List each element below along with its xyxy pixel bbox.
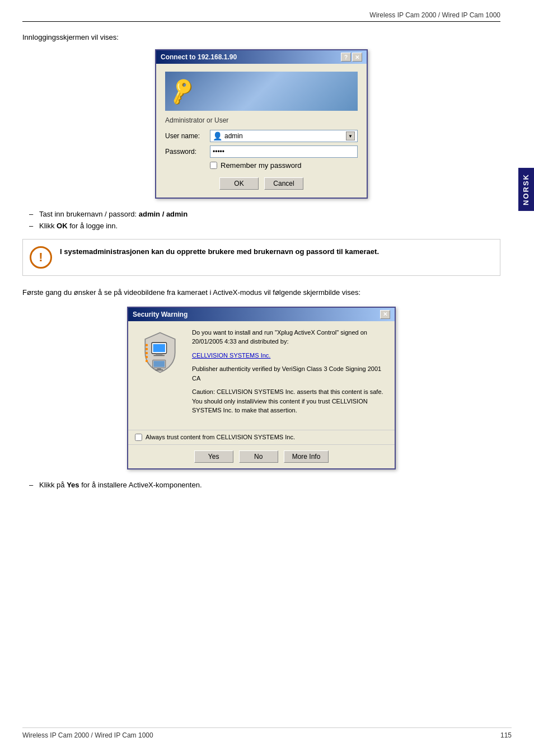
always-trust-label: Always trust content from CELLVISION SYS…: [146, 434, 295, 440]
security-titlebar-controls: ✕: [380, 310, 390, 319]
remember-row: Remember my password: [210, 161, 358, 170]
section1-intro: Innloggingsskjermen vil vises:: [22, 33, 500, 41]
always-trust-row: Always trust content from CELLVISION SYS…: [128, 430, 395, 444]
warning-text: I systemadministrasjonen kan du opprette…: [60, 246, 379, 257]
caution-text: Caution: CELLVISION SYSTEMS Inc. asserts…: [192, 387, 388, 415]
password-label: Password:: [165, 148, 210, 156]
svg-rect-1: [153, 344, 165, 352]
warning-icon: !: [30, 246, 52, 269]
username-label: User name:: [165, 132, 210, 140]
security-body-line1: Do you want to install and run "Xplug Ac…: [192, 328, 388, 346]
security-content: Do you want to install and run "Xplug Ac…: [128, 321, 395, 426]
no-button[interactable]: No: [239, 450, 278, 463]
svg-rect-10: [153, 361, 165, 367]
cancel-button[interactable]: Cancel: [264, 177, 303, 190]
bullet-item-2: Klikk OK for å logge inn.: [39, 222, 500, 230]
username-value: admin: [224, 132, 243, 140]
section2-bullets: Klikk på Yes for å installere ActiveX-ko…: [39, 481, 500, 489]
svg-rect-12: [155, 369, 163, 370]
login-buttons: OK Cancel: [165, 177, 358, 190]
remember-checkbox[interactable]: [210, 162, 217, 169]
svg-rect-2: [156, 354, 162, 355]
password-row: Password: •••••: [165, 145, 358, 158]
footer-left: Wireless IP Cam 2000 / Wired IP Cam 1000: [22, 731, 153, 739]
footer-page-number: 115: [500, 731, 512, 739]
security-close-button[interactable]: ✕: [380, 310, 390, 319]
header-title: Wireless IP Cam 2000 / Wired IP Cam 1000: [369, 11, 500, 19]
page-header: Wireless IP Cam 2000 / Wired IP Cam 1000: [22, 11, 500, 22]
svg-point-4: [146, 344, 148, 346]
verified-text: Publisher authenticity verified by VeriS…: [192, 364, 388, 383]
side-tab-label: NORSK: [522, 173, 530, 205]
login-title: Connect to 192.168.1.90: [161, 53, 237, 61]
svg-rect-11: [157, 368, 161, 369]
account-label: Administrator or User: [165, 116, 358, 124]
login-dialog-wrapper: Connect to 192.168.1.90 ? ✕ 🔑 Administra…: [22, 49, 500, 199]
yes-text: Yes: [67, 481, 79, 489]
login-titlebar: Connect to 192.168.1.90 ? ✕: [156, 50, 367, 64]
key-icon: 🔑: [166, 76, 198, 107]
publisher-link[interactable]: CELLVISION SYSTEMS Inc.: [192, 351, 388, 360]
remember-label: Remember my password: [221, 161, 302, 170]
security-text-col: Do you want to install and run "Xplug Ac…: [192, 328, 388, 420]
login-dialog-content: 🔑 Administrator or User User name: 👤 adm…: [156, 64, 367, 198]
password-input[interactable]: •••••: [210, 145, 358, 158]
bullet-item-1: Tast inn brukernavn / passord: admin / a…: [39, 210, 500, 218]
warning-box: ! I systemadministrasjonen kan du oppret…: [22, 239, 500, 276]
always-trust-checkbox[interactable]: [135, 434, 142, 441]
section2-intro: Første gang du ønsker å se på videobilde…: [22, 287, 500, 299]
yes-button[interactable]: Yes: [194, 450, 233, 463]
svg-point-8: [146, 360, 148, 362]
security-title: Security Warning: [133, 311, 188, 318]
security-shield-icon: [140, 330, 180, 375]
security-dialog: Security Warning ✕: [127, 307, 396, 469]
norsk-side-tab: NORSK: [518, 168, 534, 211]
ok-button[interactable]: OK: [219, 177, 259, 190]
ok-text: OK: [57, 222, 68, 230]
svg-point-5: [146, 348, 148, 350]
login-dialog: Connect to 192.168.1.90 ? ✕ 🔑 Administra…: [155, 49, 368, 199]
svg-rect-3: [153, 355, 165, 356]
login-banner: 🔑: [165, 72, 358, 111]
titlebar-controls: ? ✕: [341, 53, 362, 62]
section1-bullets: Tast inn brukernavn / passord: admin / a…: [39, 210, 500, 230]
section2-bullet-1: Klikk på Yes for å installere ActiveX-ko…: [39, 481, 500, 489]
admin-credentials: admin / admin: [139, 210, 188, 218]
svg-point-7: [146, 356, 148, 358]
more-info-button[interactable]: More Info: [284, 450, 329, 463]
dropdown-arrow[interactable]: ▼: [346, 132, 355, 140]
security-dialog-wrapper: Security Warning ✕: [22, 307, 500, 469]
close-button[interactable]: ✕: [352, 53, 362, 62]
svg-point-6: [146, 351, 148, 354]
username-input[interactable]: 👤 admin ▼: [210, 130, 358, 142]
page-container: NORSK Wireless IP Cam 2000 / Wired IP Ca…: [0, 0, 534, 756]
page-footer: Wireless IP Cam 2000 / Wired IP Cam 1000…: [22, 727, 512, 739]
user-icon: 👤: [213, 132, 222, 140]
password-value: •••••: [213, 148, 224, 156]
security-titlebar: Security Warning ✕: [128, 308, 395, 321]
security-buttons: Yes No More Info: [128, 444, 395, 468]
security-icon-col: [135, 328, 185, 420]
help-button[interactable]: ?: [341, 53, 351, 62]
username-row: User name: 👤 admin ▼: [165, 130, 358, 142]
